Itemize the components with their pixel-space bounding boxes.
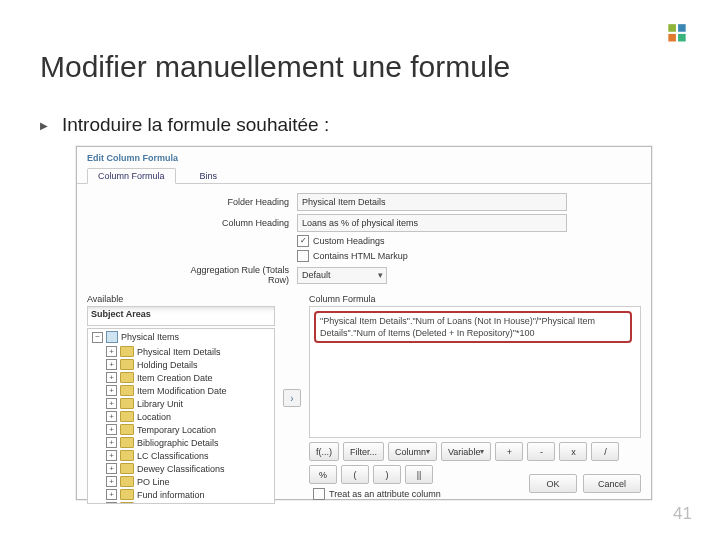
svg-rect-1 <box>678 24 686 32</box>
folder-heading-input[interactable]: Physical Item Details <box>297 193 567 211</box>
op-plus[interactable]: + <box>495 442 523 461</box>
custom-headings-checkbox[interactable]: ✓Custom Headings <box>297 235 385 247</box>
folder-icon <box>120 424 134 435</box>
page-number: 41 <box>673 504 692 524</box>
slide-title: Modifier manuellement une formule <box>40 50 510 84</box>
folder-icon <box>120 398 134 409</box>
folder-icon <box>120 489 134 500</box>
tree-item[interactable]: +Fund information <box>88 488 274 501</box>
folder-icon <box>120 346 134 357</box>
formula-panel: Column Formula "Physical Item Details"."… <box>309 292 641 504</box>
column-heading-label: Column Heading <box>167 218 289 228</box>
folder-icon <box>120 463 134 474</box>
cancel-button[interactable]: Cancel <box>583 474 641 493</box>
tree-item[interactable]: +Dewey Classifications <box>88 462 274 475</box>
tree-item[interactable]: +Temporary Location <box>88 423 274 436</box>
tree-item[interactable]: +Holding Details <box>88 358 274 371</box>
svg-rect-0 <box>668 24 676 32</box>
bullet-marker: ▶ <box>40 120 48 131</box>
tree-item[interactable]: +Location <box>88 410 274 423</box>
tree-item[interactable]: +Item Creation Date <box>88 371 274 384</box>
dialog-buttons: OK Cancel <box>529 474 641 493</box>
formula-highlight: "Physical Item Details"."Num of Loans (N… <box>314 311 632 343</box>
treat-as-attribute-checkbox[interactable]: Treat as an attribute column <box>313 488 441 500</box>
aggregation-rule-label: Aggregation Rule (Totals Row) <box>167 265 289 285</box>
insert-button[interactable]: › <box>283 389 301 407</box>
tree-item[interactable]: +Bibliographic Details <box>88 436 274 449</box>
tab-bar: Column Formula Bins <box>77 165 651 184</box>
subject-areas-header[interactable]: Subject Areas <box>87 306 275 326</box>
folder-icon <box>120 385 134 396</box>
expand-icon[interactable]: + <box>106 346 117 357</box>
expand-icon[interactable]: + <box>106 372 117 383</box>
op-lparen[interactable]: ( <box>341 465 369 484</box>
tree-item[interactable]: +Item Modification Date <box>88 384 274 397</box>
bullet-row: ▶ Introduire la formule souhaitée : <box>40 114 329 136</box>
form-area: Folder Heading Physical Item Details Col… <box>77 184 651 292</box>
folder-icon <box>120 450 134 461</box>
logo <box>664 22 690 52</box>
expand-icon[interactable]: + <box>106 502 117 504</box>
expand-icon[interactable]: + <box>106 411 117 422</box>
expand-icon[interactable]: + <box>106 489 117 500</box>
svg-rect-2 <box>668 34 676 42</box>
insert-column: › <box>283 292 301 504</box>
op-concat[interactable]: || <box>405 465 433 484</box>
ok-button[interactable]: OK <box>529 474 577 493</box>
op-pct[interactable]: % <box>309 465 337 484</box>
tree-item[interactable]: +Institution <box>88 501 274 504</box>
tree-item[interactable]: +LC Classifications <box>88 449 274 462</box>
tab-bins[interactable]: Bins <box>190 169 228 183</box>
folder-icon <box>120 359 134 370</box>
folder-icon <box>120 502 134 504</box>
svg-rect-3 <box>678 34 686 42</box>
op-mul[interactable]: x <box>559 442 587 461</box>
folder-icon <box>120 372 134 383</box>
column-dropdown[interactable]: Column ▾Column <box>388 442 437 461</box>
tab-column-formula[interactable]: Column Formula <box>87 168 176 184</box>
expand-icon[interactable]: + <box>106 359 117 370</box>
subject-tree[interactable]: − Physical Items +Physical Item Details … <box>87 328 275 504</box>
contains-html-checkbox[interactable]: Contains HTML Markup <box>297 250 408 262</box>
tree-item[interactable]: +Physical Item Details <box>88 345 274 358</box>
folder-heading-label: Folder Heading <box>167 197 289 207</box>
expand-icon[interactable]: + <box>106 385 117 396</box>
expand-icon[interactable]: + <box>106 476 117 487</box>
bullet-text: Introduire la formule souhaitée : <box>62 114 329 136</box>
filter-button[interactable]: Filter... <box>343 442 384 461</box>
available-label: Available <box>87 292 275 306</box>
tree-parent[interactable]: − Physical Items <box>88 329 274 345</box>
expand-icon[interactable]: + <box>106 463 117 474</box>
tree-item[interactable]: +PO Line <box>88 475 274 488</box>
dialog-title: Edit Column Formula <box>77 147 651 165</box>
expand-icon[interactable]: + <box>106 398 117 409</box>
collapse-icon[interactable]: − <box>92 332 103 343</box>
op-rparen[interactable]: ) <box>373 465 401 484</box>
variable-dropdown[interactable]: Variable <box>441 442 491 461</box>
expand-icon[interactable]: + <box>106 424 117 435</box>
expand-icon[interactable]: + <box>106 437 117 448</box>
tree-item[interactable]: +Library Unit <box>88 397 274 410</box>
formula-textarea[interactable]: "Physical Item Details"."Num of Loans (N… <box>309 306 641 438</box>
folder-icon <box>120 476 134 487</box>
op-div[interactable]: / <box>591 442 619 461</box>
aggregation-rule-select[interactable]: Default <box>297 267 387 284</box>
fx-button[interactable]: f(...) <box>309 442 339 461</box>
column-heading-input[interactable]: Loans as % of physical items <box>297 214 567 232</box>
available-panel: Available Subject Areas − Physical Items… <box>87 292 275 504</box>
dialog-edit-column-formula: Edit Column Formula Column Formula Bins … <box>76 146 652 500</box>
expand-icon[interactable]: + <box>106 450 117 461</box>
folder-icon <box>120 437 134 448</box>
folder-icon <box>120 411 134 422</box>
op-minus[interactable]: - <box>527 442 555 461</box>
cube-icon <box>106 331 118 343</box>
column-formula-label: Column Formula <box>309 292 641 306</box>
